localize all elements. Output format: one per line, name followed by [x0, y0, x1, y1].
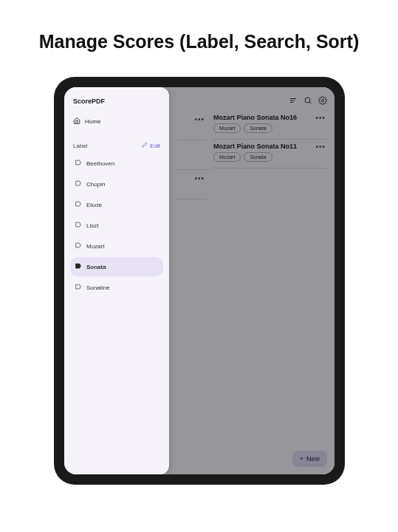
label-icon [75, 283, 82, 292]
sidebar-label-text: Liszt [86, 222, 98, 229]
sidebar-label-text: Mozart [86, 243, 104, 250]
sidebar-label-item[interactable]: Chopin [70, 174, 163, 194]
sidebar-section-header: Label Edit [70, 130, 163, 154]
sidebar-label-item[interactable]: Etude [70, 195, 163, 214]
label-icon [75, 221, 82, 230]
label-icon [75, 180, 82, 188]
label-icon [75, 159, 82, 168]
sidebar: ScorePDF Home Label Edit BeethovenChopin… [64, 87, 169, 474]
sidebar-label-item[interactable]: Mozart [70, 236, 163, 256]
sidebar-label-text: Sonatine [86, 284, 110, 291]
edit-labels-button[interactable]: Edit [142, 142, 160, 149]
sidebar-label-text: Beethoven [86, 160, 114, 167]
sidebar-label-item[interactable]: Beethoven [70, 154, 163, 173]
app-screen: ••• ••• Mozart Piano Sonata No16MozartSo… [64, 87, 334, 474]
label-icon [75, 262, 82, 271]
sidebar-label-text: Sonata [86, 264, 106, 270]
sidebar-label-item[interactable]: Liszt [70, 216, 163, 235]
label-list: BeethovenChopinEtudeLisztMozartSonataSon… [70, 154, 163, 297]
page-title: Manage Scores (Label, Search, Sort) [0, 31, 398, 52]
sidebar-home-label: Home [85, 118, 100, 125]
pencil-icon [142, 142, 148, 149]
sidebar-label-text: Etude [86, 202, 102, 208]
label-icon [75, 200, 82, 209]
sidebar-section-label: Label [73, 143, 88, 149]
tablet-frame: ••• ••• Mozart Piano Sonata No16MozartSo… [54, 77, 345, 485]
sidebar-label-text: Chopin [86, 181, 105, 188]
sidebar-home[interactable]: Home [70, 112, 163, 130]
sidebar-label-item[interactable]: Sonata [70, 257, 163, 276]
sidebar-label-item[interactable]: Sonatine [70, 278, 163, 297]
edit-label-text: Edit [150, 143, 160, 149]
label-icon [75, 242, 82, 250]
home-icon [73, 117, 80, 126]
app-name: ScorePDF [70, 95, 163, 112]
